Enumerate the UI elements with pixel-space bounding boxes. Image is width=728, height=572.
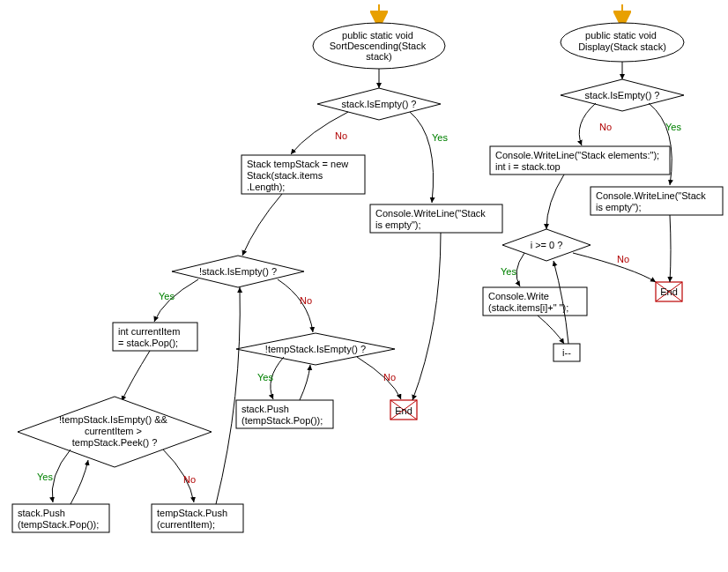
edge [71,460,88,504]
decision-text: stack.IsEmpty() ? [342,99,417,109]
edge-label-yes: Yes [501,266,516,277]
edge-label-yes: Yes [257,372,273,383]
process-text: i-- [562,347,571,358]
edge-label-no: No [335,130,347,141]
svg-text:End: End [395,405,412,416]
edge [278,279,313,332]
edge [242,194,282,256]
edge [579,103,596,145]
edge-label-no: No [383,372,396,383]
edge-label-yes: Yes [159,291,175,301]
edge [516,253,524,286]
decision-text: i >= 0 ? [531,240,563,250]
edge-label-yes: Yes [37,472,53,482]
process-text: int currentItem = stack.Pop(); [118,326,182,348]
edge [410,112,434,203]
edge [546,175,564,229]
decision-text: !stack.IsEmpty() ? [199,266,277,277]
start-text-display: public static void Display(Stack stack) [578,30,666,52]
flowchart-canvas: public static void SortDescending(Stack … [0,0,728,572]
edge [538,316,564,344]
edge [412,233,441,400]
decision-text: stack.IsEmpty() ? [585,90,660,100]
decision-text: !tempStack.IsEmpty() ? [265,344,366,354]
svg-text:End: End [660,286,678,297]
edge [52,449,71,502]
edge-label-yes: Yes [665,122,681,132]
end-node-sort: End [390,400,417,420]
edge [300,365,310,400]
edge [216,287,240,504]
edge-label-no: No [617,254,629,264]
edge [573,253,656,282]
edge-label-no: No [183,474,196,485]
end-node-display: End [656,282,682,301]
edge [670,215,671,282]
edge-label-yes: Yes [432,132,448,143]
edge-label-no: No [300,295,312,306]
edge [122,351,150,401]
edge-label-no: No [599,122,612,132]
